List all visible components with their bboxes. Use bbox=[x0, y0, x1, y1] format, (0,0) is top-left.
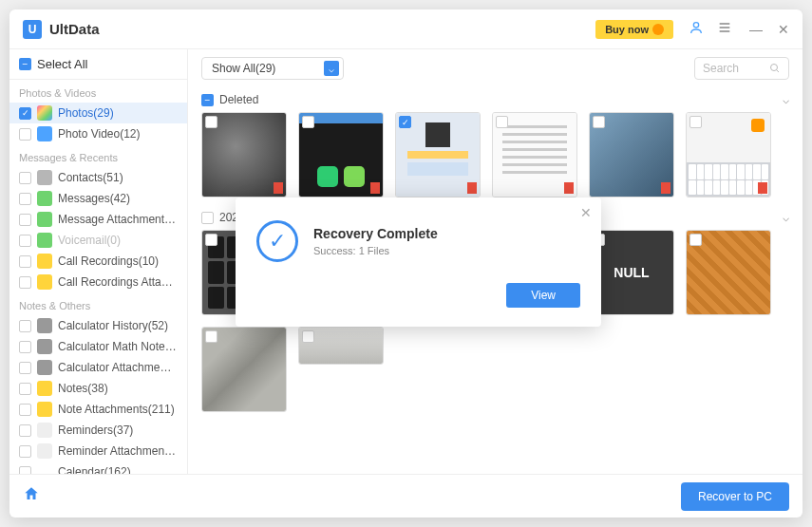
sidebar-item[interactable]: Calculator Math Notes(6) bbox=[9, 336, 187, 357]
sidebar-item[interactable]: Reminders(37) bbox=[9, 420, 187, 441]
toolbar: Show All(29) ⌵ Search bbox=[188, 49, 803, 87]
item-checkbox[interactable] bbox=[19, 214, 31, 226]
thumbnail-checkbox[interactable] bbox=[302, 330, 314, 343]
sidebar-item-label: Calculator History(52) bbox=[58, 319, 168, 332]
menu-icon[interactable] bbox=[717, 20, 732, 38]
sidebar-item-label: Photos(29) bbox=[58, 106, 114, 120]
footer: Recover to PC bbox=[9, 474, 803, 518]
photo-thumbnail[interactable] bbox=[201, 112, 287, 198]
select-all-checkbox[interactable]: − bbox=[19, 58, 31, 70]
select-all-row[interactable]: − Select All bbox=[9, 49, 187, 80]
item-checkbox[interactable] bbox=[19, 320, 31, 332]
sidebar-item[interactable]: Reminder Attachments(27) bbox=[9, 441, 187, 461]
item-checkbox[interactable] bbox=[19, 128, 31, 141]
deleted-mark-icon bbox=[370, 182, 380, 194]
window-controls: — ✕ bbox=[749, 22, 789, 37]
view-button[interactable]: View bbox=[506, 283, 580, 308]
sidebar-item-label: Contacts(51) bbox=[58, 171, 123, 184]
category-icon bbox=[37, 360, 52, 375]
group-checkbox[interactable]: − bbox=[201, 94, 214, 106]
category-icon bbox=[37, 381, 52, 396]
chevron-down-icon: ⌵ bbox=[324, 61, 339, 76]
buy-now-button[interactable]: Buy now bbox=[595, 20, 673, 39]
photo-thumbnail[interactable] bbox=[686, 230, 771, 315]
item-checkbox[interactable] bbox=[19, 362, 31, 374]
photo-thumbnail[interactable]: NULL bbox=[589, 230, 674, 315]
photo-thumbnail[interactable] bbox=[201, 327, 287, 412]
sidebar-item[interactable]: Notes(38) bbox=[9, 378, 187, 399]
sidebar-item[interactable]: Message Attachments(16) bbox=[9, 209, 187, 230]
sidebar-item[interactable]: Call Recordings Attachment... bbox=[9, 272, 187, 292]
chevron-down-icon[interactable]: ⌵ bbox=[783, 211, 789, 224]
thumbnail-checkbox[interactable] bbox=[496, 116, 508, 128]
photo-thumbnail[interactable] bbox=[589, 112, 674, 198]
dialog-close-button[interactable]: ✕ bbox=[580, 205, 592, 220]
photo-thumbnail[interactable] bbox=[298, 327, 384, 365]
group-checkbox[interactable] bbox=[201, 212, 214, 224]
photo-thumbnail[interactable] bbox=[298, 112, 384, 198]
filter-dropdown[interactable]: Show All(29) ⌵ bbox=[201, 57, 344, 80]
user-icon[interactable] bbox=[689, 20, 704, 38]
item-checkbox[interactable] bbox=[19, 466, 31, 475]
sidebar-item[interactable]: Calculator Attachments(30) bbox=[9, 357, 187, 378]
sidebar: − Select All Photos & Videos✓Photos(29)P… bbox=[9, 49, 188, 474]
thumbnail-checkbox[interactable] bbox=[205, 116, 217, 128]
photo-thumbnail[interactable]: ✓ bbox=[395, 112, 481, 198]
category-icon bbox=[37, 464, 52, 474]
group-header[interactable]: −Deleted⌵ bbox=[201, 87, 789, 112]
item-checkbox[interactable]: ✓ bbox=[19, 107, 31, 120]
sidebar-section-title: Messages & Recents bbox=[9, 144, 187, 167]
photo-thumbnail[interactable] bbox=[686, 112, 771, 198]
category-icon bbox=[37, 318, 52, 333]
item-checkbox[interactable] bbox=[19, 424, 31, 437]
sidebar-item[interactable]: ✓Photos(29) bbox=[9, 103, 187, 123]
minimize-button[interactable]: — bbox=[749, 22, 763, 37]
sidebar-item-label: Messages(42) bbox=[58, 192, 130, 205]
success-check-icon: ✓ bbox=[256, 220, 298, 262]
sidebar-item[interactable]: Messages(42) bbox=[9, 188, 187, 209]
sidebar-item-label: Calculator Attachments(30) bbox=[58, 361, 178, 374]
photo-thumbnail[interactable] bbox=[492, 112, 577, 198]
sidebar-item-label: Message Attachments(16) bbox=[58, 213, 178, 226]
item-checkbox[interactable] bbox=[19, 255, 31, 268]
item-checkbox[interactable] bbox=[19, 235, 31, 247]
category-icon bbox=[37, 254, 52, 269]
group-label: Deleted bbox=[219, 93, 258, 106]
sidebar-item-label: Call Recordings(10) bbox=[58, 254, 159, 268]
item-checkbox[interactable] bbox=[19, 276, 31, 289]
thumbnail-checkbox[interactable] bbox=[302, 116, 314, 128]
sidebar-item-label: Calculator Math Notes(6) bbox=[58, 340, 178, 353]
sidebar-item-label: Reminder Attachments(27) bbox=[58, 444, 178, 458]
thumbnail-checkbox[interactable] bbox=[205, 234, 217, 246]
close-button[interactable]: ✕ bbox=[778, 22, 789, 37]
item-checkbox[interactable] bbox=[19, 172, 31, 184]
category-icon bbox=[37, 105, 52, 121]
recover-button[interactable]: Recover to PC bbox=[681, 482, 789, 511]
sidebar-item[interactable]: Calculator History(52) bbox=[9, 315, 187, 336]
item-checkbox[interactable] bbox=[19, 193, 31, 205]
item-checkbox[interactable] bbox=[19, 445, 31, 458]
chevron-down-icon[interactable]: ⌵ bbox=[783, 93, 789, 106]
sidebar-item[interactable]: Calendar(162) bbox=[9, 461, 187, 474]
thumbnail-checkbox[interactable] bbox=[689, 234, 702, 246]
sidebar-item-label: Notes(38) bbox=[58, 382, 108, 395]
thumbnail-checkbox[interactable] bbox=[689, 116, 702, 128]
titlebar: U UltData Buy now — ✕ bbox=[9, 9, 803, 49]
sidebar-item-label: Note Attachments(211) bbox=[58, 403, 175, 416]
category-icon bbox=[37, 212, 52, 227]
thumbnail-checkbox[interactable] bbox=[593, 116, 605, 128]
item-checkbox[interactable] bbox=[19, 404, 31, 416]
thumbnail-checkbox[interactable] bbox=[205, 330, 217, 343]
sidebar-item-label: Call Recordings Attachment... bbox=[58, 275, 178, 289]
sidebar-item[interactable]: Note Attachments(211) bbox=[9, 399, 187, 420]
home-button[interactable] bbox=[23, 485, 40, 507]
search-input[interactable]: Search bbox=[694, 57, 789, 80]
sidebar-item[interactable]: Contacts(51) bbox=[9, 167, 187, 188]
item-checkbox[interactable] bbox=[19, 341, 31, 353]
thumbnail-checkbox[interactable]: ✓ bbox=[399, 116, 411, 128]
category-icon bbox=[37, 274, 52, 290]
item-checkbox[interactable] bbox=[19, 383, 31, 395]
sidebar-item[interactable]: Photo Video(12) bbox=[9, 123, 187, 144]
sidebar-item-label: Reminders(37) bbox=[58, 423, 133, 437]
sidebar-item[interactable]: Call Recordings(10) bbox=[9, 251, 187, 272]
